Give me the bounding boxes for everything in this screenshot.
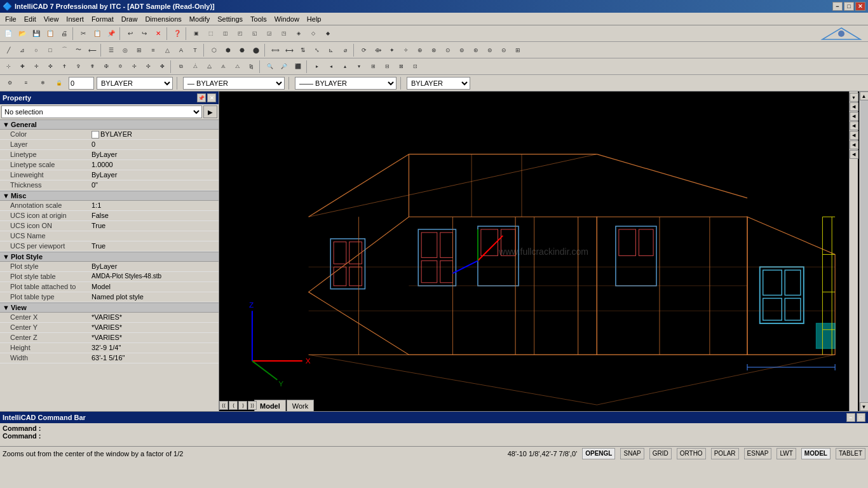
tb-mod-12[interactable]: ⊞ xyxy=(511,43,525,57)
title-bar-controls[interactable]: − □ ✕ xyxy=(832,2,865,11)
scroll-track[interactable] xyxy=(860,100,868,402)
tb-dim-1[interactable]: ⟺ xyxy=(268,43,282,57)
tb-snap-9[interactable]: ✡ xyxy=(113,60,127,74)
tb-view-zoom-1[interactable]: 🔍 xyxy=(263,60,277,74)
tb-mod-7[interactable]: ⊙ xyxy=(441,43,455,57)
tb-layer-list[interactable]: ≡ xyxy=(19,76,33,90)
status-tablet[interactable]: TABLET xyxy=(836,448,865,459)
status-grid[interactable]: GRID xyxy=(649,448,672,459)
right-tb-6[interactable]: ◀ xyxy=(850,140,858,149)
tb-extra-4[interactable]: ▾ xyxy=(352,60,366,74)
tab-first-button[interactable]: ⟨⟨ xyxy=(219,401,228,410)
scroll-down-arrow[interactable]: ▼ xyxy=(860,402,869,411)
right-tb-3[interactable]: ◀ xyxy=(850,112,858,121)
tb-mod-6[interactable]: ⊗ xyxy=(427,43,441,57)
tb-undo[interactable]: ↩ xyxy=(123,27,137,41)
tb-extra-2[interactable]: ◂ xyxy=(324,60,338,74)
tb-extra-1[interactable]: ▸ xyxy=(310,60,324,74)
tab-prev-button[interactable]: ⟨ xyxy=(229,401,238,410)
tb-draw-14[interactable]: T xyxy=(188,43,202,57)
menu-help[interactable]: Help xyxy=(303,14,325,24)
restore-button[interactable]: □ xyxy=(844,2,854,11)
tab-last-button[interactable]: ⟩⟩ xyxy=(248,401,257,410)
tb-3d-4[interactable]: ⬤ xyxy=(249,43,263,57)
tb-save-as[interactable]: 📋 xyxy=(43,27,57,41)
color-dropdown[interactable]: BYLAYER xyxy=(97,77,173,90)
tb-3d-1[interactable]: ⬡ xyxy=(207,43,221,57)
tb-extra-6[interactable]: ⊟ xyxy=(380,60,394,74)
menu-format[interactable]: Format xyxy=(88,14,118,24)
tab-next-button[interactable]: ⟩ xyxy=(238,401,247,410)
tb-open[interactable]: 📂 xyxy=(15,27,29,41)
menu-edit[interactable]: Edit xyxy=(20,14,40,24)
tb-view-1[interactable]: ⧉ xyxy=(174,60,188,74)
tb-dim-2[interactable]: ⟷ xyxy=(282,43,296,57)
selection-dropdown[interactable]: No selection xyxy=(1,105,202,118)
viewport[interactable]: Z X Y www.fullcrackindir.com ▲ ▼ ⟨⟨ ⟨ xyxy=(219,92,868,411)
tb-draw-12[interactable]: △ xyxy=(160,43,174,57)
tb-draw-5[interactable]: ⌒ xyxy=(57,43,71,57)
lineweight-dropdown[interactable]: —— BYLAYER xyxy=(295,77,397,90)
tb-snap-11[interactable]: ✣ xyxy=(141,60,155,74)
tb-draw-3[interactable]: ○ xyxy=(29,43,43,57)
tb-btn-extra-5[interactable]: ◱ xyxy=(248,27,262,41)
tb-extra-3[interactable]: ▴ xyxy=(338,60,352,74)
property-header-buttons[interactable]: 📌 ✕ xyxy=(197,93,216,102)
tb-print[interactable]: 🖨 xyxy=(57,27,71,41)
tb-draw-10[interactable]: ⊞ xyxy=(132,43,146,57)
menu-window[interactable]: Window xyxy=(271,14,303,24)
tb-layer-freeze[interactable]: ❄ xyxy=(36,76,50,90)
tab-model[interactable]: Model xyxy=(254,400,286,411)
tb-btn-extra-8[interactable]: ◈ xyxy=(292,27,306,41)
tb-btn-extra-3[interactable]: ◫ xyxy=(219,27,233,41)
menu-view[interactable]: View xyxy=(40,14,63,24)
tb-btn-extra-9[interactable]: ◇ xyxy=(306,27,320,41)
tb-extra-7[interactable]: ⊠ xyxy=(394,60,408,74)
tb-mod-3[interactable]: ✦ xyxy=(385,43,399,57)
tb-help[interactable]: ❓ xyxy=(170,27,184,41)
tb-mod-4[interactable]: ✧ xyxy=(399,43,413,57)
tb-btn-extra-2[interactable]: ⬚ xyxy=(204,27,218,41)
tb-snap-8[interactable]: ✠ xyxy=(99,60,113,74)
right-tb-2[interactable]: ◀ xyxy=(850,102,858,111)
tb-view-3d[interactable]: ⬛ xyxy=(291,60,305,74)
status-snap[interactable]: SNAP xyxy=(620,448,644,459)
tb-draw-7[interactable]: ⟵ xyxy=(85,43,99,57)
tb-draw-6[interactable]: 〜 xyxy=(71,43,85,57)
tb-layer-lock[interactable]: 🔒 xyxy=(52,76,66,90)
tb-snap-10[interactable]: ✢ xyxy=(127,60,141,74)
viewport-scrollbar[interactable]: ▲ ▼ xyxy=(859,92,868,411)
tb-delete[interactable]: ✕ xyxy=(151,27,165,41)
tb-btn-extra-7[interactable]: ◳ xyxy=(277,27,291,41)
command-header-buttons[interactable]: − □ xyxy=(846,413,865,422)
tb-btn-extra-6[interactable]: ◲ xyxy=(262,27,276,41)
tb-draw-1[interactable]: ╱ xyxy=(1,43,15,57)
menu-draw[interactable]: Draw xyxy=(118,14,142,24)
tb-snap-3[interactable]: ✛ xyxy=(29,60,43,74)
tb-dim-3[interactable]: ⇅ xyxy=(296,43,310,57)
tab-work[interactable]: Work xyxy=(287,400,314,411)
status-polar[interactable]: POLAR xyxy=(711,448,739,459)
status-model[interactable]: MODEL xyxy=(801,448,831,459)
property-close-button[interactable]: ✕ xyxy=(207,93,216,102)
tb-draw-4[interactable]: □ xyxy=(43,43,57,57)
tb-snap-4[interactable]: ✜ xyxy=(43,60,57,74)
tb-dim-5[interactable]: ⊾ xyxy=(324,43,338,57)
tb-mod-9[interactable]: ⊛ xyxy=(469,43,483,57)
tb-mod-8[interactable]: ⊚ xyxy=(455,43,469,57)
tb-view-5[interactable]: ⧍ xyxy=(230,60,244,74)
tb-btn-extra-4[interactable]: ◰ xyxy=(233,27,247,41)
tb-mod-11[interactable]: ⊝ xyxy=(497,43,511,57)
property-pin-button[interactable]: 📌 xyxy=(197,93,206,102)
tb-3d-3[interactable]: ⬣ xyxy=(235,43,249,57)
tb-3d-2[interactable]: ⬢ xyxy=(221,43,235,57)
minimize-button[interactable]: − xyxy=(832,2,843,11)
tb-dim-4[interactable]: ⤡ xyxy=(310,43,324,57)
tb-snap-1[interactable]: ⊹ xyxy=(1,60,15,74)
layer-number-input[interactable] xyxy=(69,77,94,90)
tb-draw-13[interactable]: A xyxy=(174,43,188,57)
tb-btn-extra-10[interactable]: ◆ xyxy=(321,27,335,41)
tb-paste[interactable]: 📌 xyxy=(104,27,118,41)
tb-extra-5[interactable]: ⊞ xyxy=(366,60,380,74)
tb-view-2[interactable]: ⧊ xyxy=(188,60,202,74)
